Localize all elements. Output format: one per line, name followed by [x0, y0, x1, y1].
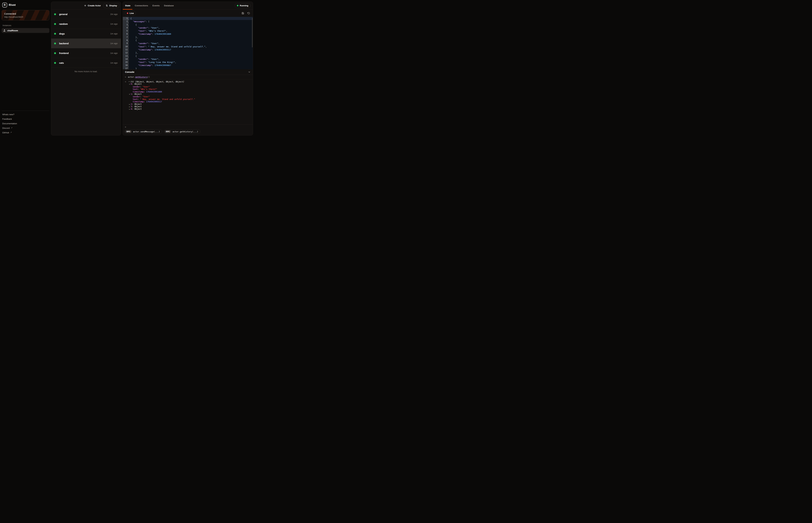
triangle-right-icon[interactable]: ▶ — [129, 109, 130, 110]
actor-last-active: 2m ago — [110, 13, 118, 15]
editor-line[interactable]: 8v { — [123, 39, 253, 42]
rpc-shortcut-button[interactable]: RPCactor.getHistory(...) — [164, 129, 201, 134]
actor-row[interactable]: dogs1m ago — [51, 29, 121, 39]
editor-scrollbar[interactable] — [252, 18, 253, 47]
code-token: , — [158, 26, 160, 29]
brand: R Rivet — [2, 0, 49, 10]
tab-events[interactable]: Events — [153, 2, 160, 9]
console-tree-row[interactable]: timestamp: 1764043991880 — [125, 91, 251, 93]
sidebar-link-discord[interactable]: Discord↗ — [2, 126, 49, 130]
console-tree-row[interactable]: timestamp: 1764043995517 — [125, 101, 251, 103]
editor-line[interactable]: 10 "text": " Nay, answer me. Stand and u… — [123, 45, 253, 48]
reset-state-button[interactable] — [246, 11, 251, 15]
code-token: , — [158, 42, 160, 44]
sidebar-link-whats-new-[interactable]: Whats new? — [2, 112, 49, 116]
console-tree-row[interactable]: ▶3: Object — [125, 105, 251, 108]
actors-panel: Create Actor Display general2m agorandom… — [51, 2, 121, 136]
console-object-row: ▶4: Object — [129, 108, 142, 110]
editor-line[interactable]: 9 "sender": "User", — [123, 42, 253, 45]
prompt-icon: > — [125, 76, 126, 78]
save-state-button[interactable] — [241, 11, 245, 15]
editor-line[interactable]: 5 "text": "Who’s there?", — [123, 29, 253, 33]
console-tree-row[interactable]: ▼0: Object — [125, 83, 251, 85]
code-token: " Nay, answer me. Stand and unfold yours… — [148, 46, 205, 48]
triangle-down-icon[interactable]: ▼ — [129, 84, 130, 85]
colon: : — [144, 101, 146, 103]
editor-line-content: }, — [129, 36, 253, 39]
console-input-row[interactable]: > — [123, 125, 253, 129]
console-tree-row[interactable]: sender: "User" — [125, 95, 251, 98]
console-history-row[interactable]: > actor.getHistory() — [123, 75, 253, 79]
running-green-dot-icon — [237, 5, 238, 6]
object-label: : Object — [132, 105, 142, 108]
tab-database[interactable]: Database — [164, 2, 174, 9]
actor-row[interactable]: backend1m ago — [51, 39, 121, 48]
editor-line[interactable]: 1v{ — [123, 17, 253, 20]
editor-line[interactable]: 17 } — [123, 67, 253, 69]
fold-chevron-icon[interactable]: v — [128, 18, 128, 21]
live-badge[interactable]: Live — [125, 11, 136, 16]
rotate-ccw-icon — [247, 12, 250, 15]
editor-line[interactable]: 2v "messages": [ — [123, 20, 253, 23]
fold-chevron-icon[interactable]: v — [128, 24, 128, 27]
editor-line[interactable]: 13v { — [123, 54, 253, 58]
rpc-method-label: actor.getHistory(...) — [172, 130, 198, 133]
code-token: "timestamp" — [138, 64, 152, 67]
sidebar-link-github[interactable]: GitHub↗ — [2, 130, 49, 135]
console-header[interactable]: Console — [123, 69, 253, 75]
editor-line[interactable]: 11 "timestamp": 1764043995517 — [123, 48, 253, 51]
console-result-summary[interactable]: <▼(5) [Object, Object, Object, Object, O… — [125, 80, 251, 83]
plus-icon — [84, 4, 86, 7]
code-token — [131, 20, 133, 23]
external-link-icon: ↗ — [11, 127, 13, 129]
actor-row[interactable]: cats1m ago — [51, 58, 121, 68]
triangle-right-icon[interactable]: ▶ — [129, 106, 130, 108]
editor-line-number: 11 — [123, 48, 129, 51]
colon: : — [144, 91, 146, 93]
chevron-down-icon[interactable] — [248, 71, 250, 73]
sidebar-link-label: Documentation — [2, 122, 17, 125]
code-token: { — [131, 17, 132, 20]
editor-line[interactable]: 3v { — [123, 23, 253, 26]
actor-row[interactable]: general2m ago — [51, 10, 121, 19]
actor-last-active: 1m ago — [110, 62, 118, 64]
sliders-icon — [106, 4, 108, 7]
rpc-shortcut-button[interactable]: RPCactor.sendMessage(...) — [124, 129, 162, 134]
tab-state[interactable]: State — [125, 2, 131, 9]
editor-line[interactable]: 7 }, — [123, 36, 253, 39]
editor-line[interactable]: 12 }, — [123, 51, 253, 54]
state-json-editor[interactable]: 1v{2v "messages": [3v {4 "sender": "User… — [123, 17, 253, 69]
fold-chevron-icon[interactable]: v — [128, 55, 128, 58]
create-actor-button[interactable]: Create Actor — [82, 3, 102, 8]
code-token — [131, 58, 138, 60]
console-tree-row[interactable]: ▶4: Object — [125, 108, 251, 110]
console-object-row: ▼0: Object — [129, 83, 142, 86]
editor-line-content: "sender": "User", — [129, 58, 253, 61]
tab-connections[interactable]: Connections — [135, 2, 148, 9]
console-tree-row[interactable]: text: " Nay, answer me. Stand and unfold… — [125, 98, 251, 101]
sidebar-link-documentation[interactable]: Documentation — [2, 121, 49, 126]
sidebar-link-feedback[interactable]: Feedback — [2, 116, 49, 121]
running-status-badge[interactable]: Running — [235, 3, 250, 8]
fold-chevron-icon[interactable]: v — [128, 21, 128, 24]
editor-line[interactable]: 6 "timestamp": 1764043991880 — [123, 33, 253, 36]
display-label: Display — [109, 4, 117, 7]
editor-line-content: { — [129, 23, 253, 26]
triangle-down-icon[interactable]: ▼ — [129, 80, 129, 83]
sidebar-instance-item[interactable]: chatRoom — [2, 28, 49, 33]
triangle-down-icon[interactable]: ▼ — [129, 94, 130, 95]
console-tree-row[interactable]: ▶2: Object — [125, 103, 251, 105]
editor-line[interactable]: 4 "sender": "User", — [123, 26, 253, 29]
editor-line[interactable]: 14 "sender": "User", — [123, 58, 253, 61]
editor-line[interactable]: 15 "text": "Long live the King!", — [123, 61, 253, 64]
console-tree-row[interactable]: text: "Who’s there?" — [125, 88, 251, 90]
display-button[interactable]: Display — [103, 3, 119, 8]
fold-chevron-icon[interactable]: v — [128, 40, 128, 43]
code-token: 1764043995517 — [155, 49, 171, 51]
console-tree-row[interactable]: sender: "User" — [125, 86, 251, 88]
actor-row[interactable]: frontend1m ago — [51, 48, 121, 58]
editor-line[interactable]: 16 "timestamp": 1764043999867 — [123, 64, 253, 67]
triangle-right-icon[interactable]: ▶ — [129, 104, 130, 105]
console-tree-row[interactable]: ▼1: Object — [125, 93, 251, 95]
actor-row[interactable]: random1m ago — [51, 19, 121, 29]
